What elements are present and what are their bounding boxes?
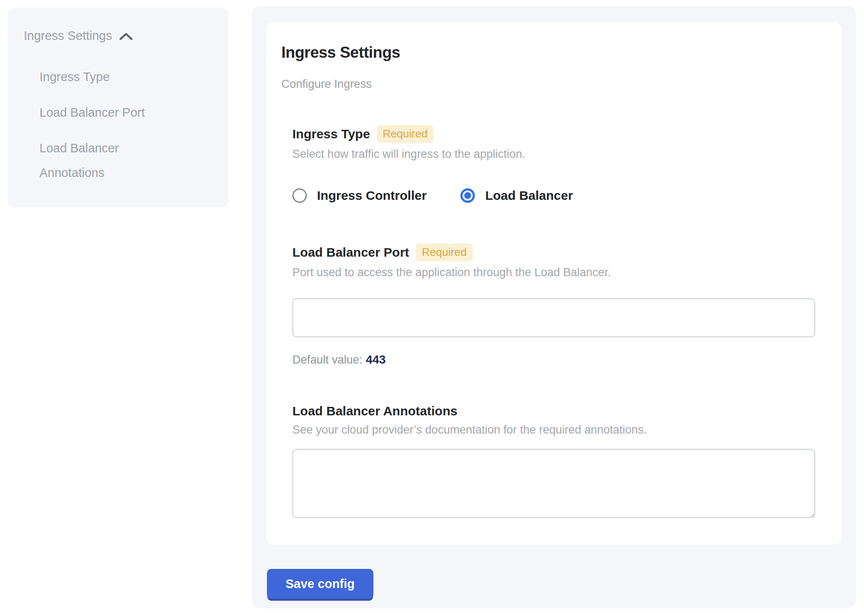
- load-balancer-port-label: Load Balancer Port: [292, 245, 409, 260]
- load-balancer-annotations-section: Load Balancer Annotations See your cloud…: [292, 403, 815, 518]
- ingress-type-label: Ingress Type: [292, 126, 370, 142]
- load-balancer-port-section: Load Balancer Port Required Port used to…: [292, 244, 815, 367]
- radio-unchecked-icon[interactable]: [292, 188, 307, 203]
- main-panel: Ingress Settings Configure Ingress Ingre…: [252, 6, 856, 608]
- sidebar-item-load-balancer-port[interactable]: Load Balancer Port: [39, 100, 167, 125]
- default-value-label: Default value:: [292, 353, 362, 366]
- ingress-type-section: Ingress Type Required Select how traffic…: [292, 125, 815, 203]
- radio-option-ingress-controller[interactable]: Ingress Controller: [292, 188, 426, 203]
- ingress-settings-card: Ingress Settings Configure Ingress Ingre…: [266, 22, 842, 544]
- sidebar-group-label: Ingress Settings: [24, 27, 112, 44]
- chevron-up-icon: [119, 32, 133, 41]
- radio-label-ingress-controller: Ingress Controller: [317, 188, 426, 203]
- ingress-type-description: Select how traffic will ingress to the a…: [292, 147, 815, 161]
- sidebar-item-ingress-type[interactable]: Ingress Type: [39, 64, 167, 89]
- radio-label-load-balancer: Load Balancer: [485, 188, 573, 203]
- load-balancer-annotations-label: Load Balancer Annotations: [292, 403, 457, 419]
- radio-checked-icon[interactable]: [460, 188, 475, 203]
- required-badge: Required: [416, 244, 473, 261]
- sidebar-item-load-balancer-annotations[interactable]: Load Balancer Annotations: [39, 136, 167, 185]
- sidebar-nav: Ingress Type Load Balancer Port Load Bal…: [24, 64, 211, 185]
- ingress-type-radio-group: Ingress Controller Load Balancer: [292, 188, 815, 203]
- sidebar-group-ingress-settings[interactable]: Ingress Settings: [24, 27, 211, 44]
- save-config-button[interactable]: Save config: [267, 569, 373, 599]
- radio-option-load-balancer[interactable]: Load Balancer: [460, 188, 573, 203]
- default-value: 443: [366, 353, 386, 366]
- load-balancer-port-description: Port used to access the application thro…: [292, 266, 815, 280]
- settings-nav-panel: Ingress Settings Ingress Type Load Balan…: [8, 8, 228, 207]
- load-balancer-annotations-description: See your cloud provider’s documentation …: [292, 423, 815, 437]
- required-badge: Required: [377, 125, 434, 143]
- page-subtitle: Configure Ingress: [281, 77, 815, 91]
- load-balancer-annotations-textarea[interactable]: [292, 449, 815, 518]
- default-value-row: Default value:443: [292, 353, 815, 367]
- page-title: Ingress Settings: [281, 43, 815, 62]
- load-balancer-port-input[interactable]: [292, 298, 815, 337]
